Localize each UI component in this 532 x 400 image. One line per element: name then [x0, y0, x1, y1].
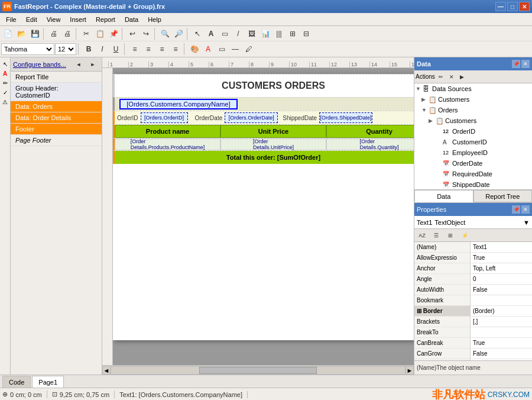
- tree-item-shippeddate[interactable]: 📅 ShippedDate: [414, 179, 532, 190]
- tree-item-orders-customers[interactable]: ▶ 📋 Customers: [414, 115, 532, 126]
- image-tool[interactable]: 🖼: [245, 27, 258, 40]
- data-panel-pin-btn[interactable]: 📌: [512, 60, 520, 68]
- align-center-button[interactable]: ≡: [142, 43, 155, 56]
- tree-item-customerid[interactable]: A CustomerID: [414, 137, 532, 147]
- maximize-button[interactable]: □: [507, 2, 518, 11]
- align-left-button[interactable]: ≡: [128, 43, 141, 56]
- rect-tool[interactable]: ▭: [218, 27, 231, 40]
- company-name-field[interactable]: [Orders.Customers.CompanyName]: [119, 99, 238, 109]
- band-item-data-orders[interactable]: Data: Orders: [11, 101, 102, 112]
- minimize-button[interactable]: —: [495, 2, 506, 11]
- props-sort-category[interactable]: ☰: [430, 229, 443, 242]
- font-name-select[interactable]: Tahoma: [1, 43, 54, 55]
- prop-value-anchor[interactable]: Top, Left: [471, 263, 532, 273]
- undo-button[interactable]: ↩: [126, 27, 139, 40]
- font-color-button[interactable]: A: [202, 43, 215, 56]
- redo-button[interactable]: ↪: [140, 27, 153, 40]
- bold-button[interactable]: B: [82, 43, 95, 56]
- menu-edit[interactable]: Edit: [21, 13, 42, 25]
- fill-color-button[interactable]: 🎨: [188, 43, 201, 56]
- empty-canvas-space[interactable]: [113, 164, 414, 282]
- tree-item-employeeid[interactable]: 12 EmployeeID: [414, 147, 532, 158]
- tree-item-datasources[interactable]: ▼ 🗄 Data Sources: [414, 83, 532, 94]
- prop-value-canbreak[interactable]: True: [471, 338, 532, 348]
- data-action-2[interactable]: ✕: [447, 72, 456, 82]
- props-dropdown-icon[interactable]: ▼: [523, 219, 530, 226]
- props-events-btn[interactable]: ⚡: [458, 229, 471, 242]
- new-button[interactable]: 📄: [1, 27, 14, 40]
- table-tool[interactable]: ⊞: [286, 27, 299, 40]
- barcode-tool[interactable]: |||: [273, 27, 286, 40]
- props-close-btn[interactable]: ✕: [521, 205, 530, 214]
- menu-report[interactable]: Report: [91, 13, 120, 25]
- zoom-in-button[interactable]: 🔍: [158, 27, 171, 40]
- print-button[interactable]: 🖨: [61, 27, 74, 40]
- border-button[interactable]: ▭: [215, 43, 228, 56]
- prop-value-angle[interactable]: 0: [471, 274, 532, 284]
- configure-bands-link[interactable]: Configure bands...: [13, 61, 71, 68]
- data-action-3[interactable]: ▶: [458, 72, 467, 82]
- shipped-date-field[interactable]: [Orders.ShippedDate]: [319, 112, 372, 123]
- menu-view[interactable]: View: [42, 13, 66, 25]
- band-item-report-title[interactable]: Report Title: [11, 72, 102, 83]
- line-color-button[interactable]: 🖊: [242, 43, 255, 56]
- tree-item-orderdate[interactable]: 📅 OrderDate: [414, 158, 532, 169]
- menu-help[interactable]: Help: [143, 13, 166, 25]
- save-button[interactable]: 💾: [28, 27, 41, 40]
- menu-data[interactable]: Data: [120, 13, 143, 25]
- prop-value-bookmark[interactable]: [471, 295, 532, 305]
- band-item-footer[interactable]: Footer: [11, 124, 102, 135]
- copy-button[interactable]: 📋: [93, 27, 106, 40]
- band-item-data-detail[interactable]: Data: Order Details: [11, 112, 102, 124]
- tab-data[interactable]: Data: [414, 190, 473, 202]
- tree-item-orderid[interactable]: 12 OrderID: [414, 126, 532, 137]
- text-icon[interactable]: A: [1, 69, 9, 78]
- hscroll-track[interactable]: [111, 366, 406, 375]
- align-right-button[interactable]: ≡: [155, 43, 168, 56]
- tab-report-tree[interactable]: Report Tree: [473, 190, 533, 202]
- canvas-hscrollbar[interactable]: ◄ ►: [102, 365, 414, 375]
- draw-icon[interactable]: ✏: [1, 79, 9, 87]
- open-button[interactable]: 📂: [15, 27, 28, 40]
- paste-button[interactable]: 📌: [107, 27, 120, 40]
- tab-code[interactable]: Code: [2, 376, 31, 388]
- bands-collapse-btn[interactable]: ►: [86, 58, 99, 71]
- check-icon[interactable]: ✓: [1, 88, 9, 96]
- prop-value-cangrow[interactable]: False: [471, 349, 532, 359]
- prop-value-border[interactable]: (Border): [471, 306, 532, 316]
- tree-item-requireddate[interactable]: 📅 RequiredDate: [414, 169, 532, 179]
- props-sort-alpha[interactable]: AZ: [416, 229, 429, 242]
- pointer-icon[interactable]: ↖: [1, 60, 9, 68]
- band-item-page-footer[interactable]: Page Footer: [11, 135, 102, 146]
- prop-value-allowexp[interactable]: True: [471, 253, 532, 263]
- tree-item-orders[interactable]: ▼ 📋 Orders: [414, 105, 532, 115]
- align-justify-button[interactable]: ≡: [169, 43, 182, 56]
- preview-button[interactable]: 🖨: [47, 27, 60, 40]
- props-pin-btn[interactable]: 📌: [512, 205, 520, 214]
- cursor-tool[interactable]: ↖: [191, 27, 204, 40]
- chart-tool[interactable]: 📊: [259, 27, 272, 40]
- italic-button[interactable]: I: [96, 43, 109, 56]
- tab-page1[interactable]: Page1: [32, 376, 64, 388]
- close-button[interactable]: ✕: [519, 2, 530, 11]
- hscroll-thumb[interactable]: [199, 367, 317, 374]
- prop-value-brackets[interactable]: [,]: [471, 317, 532, 327]
- prop-value-autowidth[interactable]: False: [471, 285, 532, 295]
- warning-icon[interactable]: ⚠: [1, 98, 9, 106]
- zoom-out-button[interactable]: 🔎: [172, 27, 185, 40]
- matrix-tool[interactable]: ⊟: [300, 27, 313, 40]
- data-panel-close-btn[interactable]: ✕: [521, 60, 530, 68]
- hscroll-left-btn[interactable]: ◄: [102, 366, 111, 375]
- tree-item-customers[interactable]: ▶ 📋 Customers: [414, 94, 532, 105]
- order-id-field[interactable]: [Orders.OrderID]: [141, 112, 188, 123]
- menu-file[interactable]: File: [1, 13, 21, 25]
- prop-value-name[interactable]: Text1: [471, 242, 532, 252]
- band-item-group-header[interactable]: Group Header:CustomerID: [11, 83, 102, 101]
- hscroll-right-btn[interactable]: ►: [406, 366, 414, 375]
- menu-insert[interactable]: Insert: [65, 13, 91, 25]
- bands-expand-btn[interactable]: ◄: [72, 58, 85, 71]
- font-size-select[interactable]: 12: [55, 43, 76, 55]
- data-action-1[interactable]: ✏: [436, 72, 446, 82]
- props-view-btn[interactable]: ⊞: [444, 229, 457, 242]
- underline-button[interactable]: U: [109, 43, 122, 56]
